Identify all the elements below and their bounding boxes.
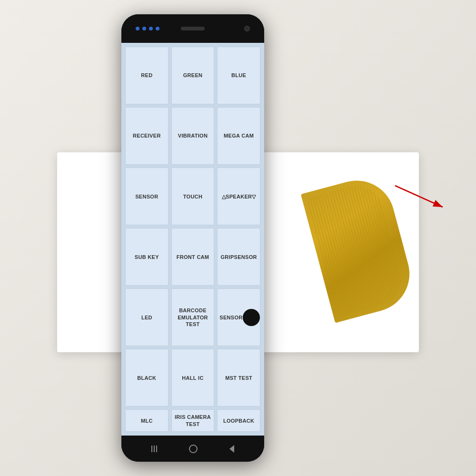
led-dot-3 [149,27,153,30]
cell-sensor[interactable]: SENSOR [125,168,169,225]
recent-apps-icon [151,446,157,452]
cell-sub-key[interactable]: SUB KEY [125,228,169,286]
cell-blue[interactable]: BLUE [217,47,260,104]
cell-iris-camera[interactable]: IRIS CAMERA TEST [171,409,215,432]
screen: RED GREEN BLUE RECEIVER VIBRATION MEGA C… [121,43,264,436]
cell-receiver[interactable]: RECEIVER [125,107,169,165]
back-button[interactable] [229,445,234,453]
cell-speaker[interactable]: △SPEAKER▽ [217,168,260,225]
phone-device: RED GREEN BLUE RECEIVER VIBRATION MEGA C… [121,14,264,462]
led-dot-1 [136,27,139,30]
back-icon [229,445,234,453]
cell-barcode-emulator[interactable]: BARCODE EMULATOR TEST [171,288,215,346]
led-dot-2 [142,27,146,30]
test-menu-grid: RED GREEN BLUE RECEIVER VIBRATION MEGA C… [121,43,264,436]
cell-vibration[interactable]: VIBRATION [171,107,215,165]
cell-gripsensor[interactable]: GRIPSENSOR [217,228,260,286]
cell-mlc[interactable]: MLC [125,409,169,432]
cell-loopback[interactable]: LOOPBACK [217,409,260,432]
cell-front-cam[interactable]: FRONT CAM [171,228,215,286]
phone-top-bar [121,14,264,43]
navigation-bar [121,436,264,462]
scene: RED GREEN BLUE RECEIVER VIBRATION MEGA C… [0,0,476,476]
speaker-grille [181,27,205,30]
sensor-dots [136,27,159,30]
cell-black[interactable]: BLACK [125,349,169,407]
cell-sensorhub[interactable]: SENSORHUB TE [217,288,260,346]
home-icon [189,445,198,453]
cell-green[interactable]: GREEN [171,47,215,104]
cell-red[interactable]: RED [125,47,169,104]
cell-hall-ic[interactable]: HALL IC [171,349,215,407]
recent-apps-button[interactable] [151,446,157,452]
cell-touch[interactable]: TOUCH [171,168,215,225]
cell-mega-cam[interactable]: MEGA CAM [217,107,260,165]
cell-mst-test[interactable]: MST TEST [217,349,260,407]
cell-led[interactable]: LED [125,288,169,346]
home-button[interactable] [189,445,198,453]
front-camera [244,26,250,31]
led-dot-4 [156,27,159,30]
black-circle-overlay [243,309,260,326]
